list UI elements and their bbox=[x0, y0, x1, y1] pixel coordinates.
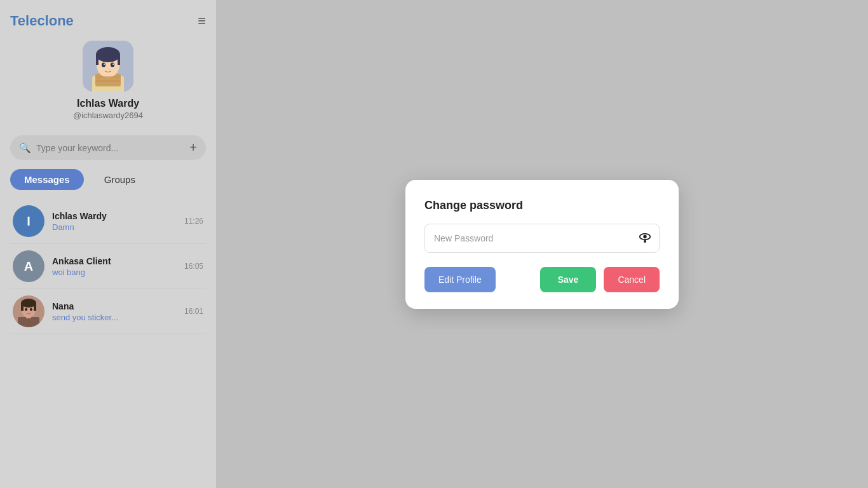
svg-rect-6 bbox=[118, 55, 120, 65]
svg-point-7 bbox=[102, 63, 105, 67]
add-icon[interactable]: + bbox=[189, 140, 197, 155]
chat-time: 16:01 bbox=[184, 307, 203, 316]
save-button[interactable]: Save bbox=[540, 267, 597, 292]
svg-point-21 bbox=[30, 308, 32, 311]
password-input-group bbox=[424, 224, 660, 253]
app-title: Teleclone bbox=[10, 13, 74, 29]
user-handle: @ichlaswardy2694 bbox=[73, 111, 143, 120]
user-name: Ichlas Wardy bbox=[77, 98, 139, 109]
svg-point-23 bbox=[643, 234, 647, 238]
svg-rect-18 bbox=[21, 303, 24, 311]
search-icon: 🔍 bbox=[19, 142, 31, 154]
svg-rect-24 bbox=[644, 240, 646, 243]
modal-actions: Edit Profile Save Cancel bbox=[424, 267, 660, 292]
tabs: Messages Groups bbox=[10, 169, 206, 190]
svg-point-9 bbox=[104, 64, 105, 65]
main-area: start messaging Change password Edit Pro… bbox=[216, 0, 868, 488]
chat-name: Ichlas Wardy bbox=[52, 211, 177, 221]
avatar: I bbox=[13, 205, 44, 237]
tab-messages[interactable]: Messages bbox=[10, 169, 84, 190]
avatar: A bbox=[13, 250, 44, 282]
chat-name: Nana bbox=[52, 301, 177, 311]
chat-preview: send you sticker... bbox=[52, 313, 177, 322]
chat-name: Ankasa Client bbox=[52, 256, 177, 266]
svg-rect-12 bbox=[95, 80, 121, 82]
svg-point-10 bbox=[112, 64, 114, 65]
svg-point-20 bbox=[25, 308, 27, 311]
sidebar-header: Teleclone ≡ bbox=[10, 13, 206, 29]
chat-list: I Ichlas Wardy Damn 11:26 A Ankasa Clien… bbox=[10, 199, 206, 334]
svg-point-8 bbox=[111, 63, 114, 67]
list-item[interactable]: Nana send you sticker... 16:01 bbox=[10, 289, 206, 334]
edit-profile-button[interactable]: Edit Profile bbox=[424, 267, 496, 292]
modal-title: Change password bbox=[424, 199, 660, 212]
list-item[interactable]: I Ichlas Wardy Damn 11:26 bbox=[10, 199, 206, 244]
tab-groups[interactable]: Groups bbox=[90, 169, 149, 190]
chat-preview: Damn bbox=[52, 222, 177, 232]
chat-info: Ichlas Wardy Damn bbox=[52, 211, 177, 232]
toggle-password-icon[interactable] bbox=[638, 229, 652, 247]
svg-rect-14 bbox=[18, 317, 39, 327]
chat-time: 16:05 bbox=[184, 262, 203, 271]
chat-info: Nana send you sticker... bbox=[52, 301, 177, 322]
nana-avatar-img bbox=[13, 295, 44, 327]
modal-overlay: Change password Edit Profile Save Cancel bbox=[216, 0, 868, 488]
svg-rect-19 bbox=[34, 303, 36, 311]
svg-rect-5 bbox=[96, 55, 98, 65]
new-password-input[interactable] bbox=[424, 224, 660, 253]
search-input[interactable] bbox=[36, 143, 184, 153]
sidebar: Teleclone ≡ bbox=[0, 0, 216, 488]
search-bar: 🔍 + bbox=[10, 135, 206, 160]
avatar-image bbox=[83, 41, 133, 92]
cancel-button[interactable]: Cancel bbox=[604, 267, 660, 292]
list-item[interactable]: A Ankasa Client woi bang 16:05 bbox=[10, 244, 206, 289]
avatar bbox=[83, 41, 133, 92]
chat-time: 11:26 bbox=[184, 217, 203, 226]
menu-icon[interactable]: ≡ bbox=[198, 13, 206, 29]
svg-rect-11 bbox=[95, 76, 121, 78]
avatar-section: Ichlas Wardy @ichlaswardy2694 bbox=[73, 41, 143, 120]
avatar bbox=[13, 295, 44, 327]
chat-info: Ankasa Client woi bang bbox=[52, 256, 177, 277]
change-password-modal: Change password Edit Profile Save Cancel bbox=[405, 180, 679, 309]
chat-preview: woi bang bbox=[52, 268, 177, 277]
